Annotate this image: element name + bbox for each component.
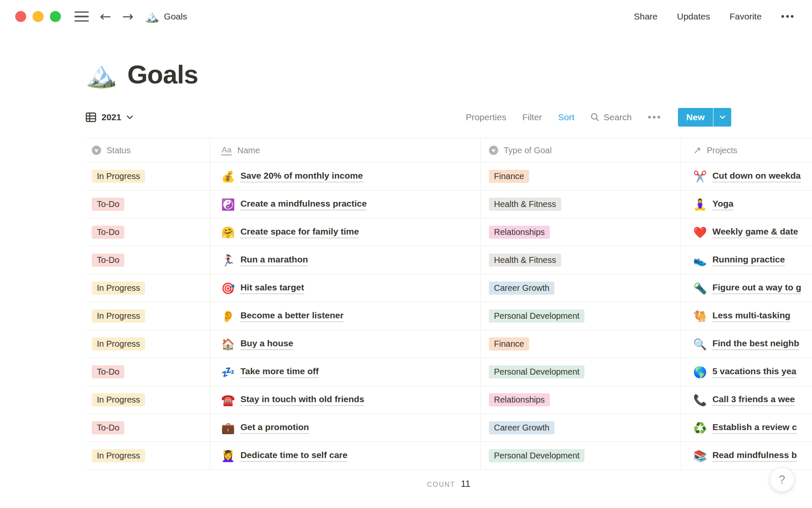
status-cell[interactable]: In Progress	[85, 442, 210, 469]
type-of-goal-cell[interactable]: Health & Fitness	[481, 246, 681, 274]
filter-button[interactable]: Filter	[522, 112, 542, 122]
name-cell[interactable]: 💤 Take more time off	[210, 358, 481, 386]
type-of-goal-cell[interactable]: Relationships	[481, 386, 681, 414]
updates-button[interactable]: Updates	[677, 11, 710, 22]
forward-icon[interactable]: →	[122, 10, 134, 23]
more-options-icon[interactable]: •••	[781, 11, 795, 22]
goal-name-link[interactable]: Dedicate time to self care	[240, 450, 347, 462]
goal-name-link[interactable]: Run a marathon	[240, 254, 308, 266]
goal-name-link[interactable]: Take more time off	[240, 366, 318, 378]
goal-name-link[interactable]: Create a mindfulness practice	[240, 199, 367, 210]
page-title[interactable]: Goals	[127, 59, 198, 89]
status-badge[interactable]: To-Do	[92, 365, 124, 378]
name-cell[interactable]: 💆‍♀️ Dedicate time to self care	[210, 442, 481, 469]
status-badge[interactable]: To-Do	[92, 226, 124, 239]
status-badge[interactable]: To-Do	[92, 421, 124, 434]
status-badge[interactable]: In Progress	[92, 170, 145, 183]
type-badge[interactable]: Personal Development	[489, 449, 584, 462]
name-cell[interactable]: 🎯 Hit sales target	[210, 274, 481, 302]
goal-name-link[interactable]: Hit sales target	[240, 282, 304, 294]
type-of-goal-cell[interactable]: Finance	[481, 330, 681, 358]
minimize-window-button[interactable]	[33, 11, 44, 22]
status-badge[interactable]: To-Do	[92, 198, 124, 211]
properties-button[interactable]: Properties	[466, 112, 506, 122]
name-cell[interactable]: 🏠 Buy a house	[210, 330, 481, 358]
type-badge[interactable]: Health & Fitness	[489, 198, 561, 211]
status-badge[interactable]: In Progress	[92, 282, 145, 295]
goal-name-link[interactable]: Stay in touch with old friends	[240, 394, 364, 406]
status-cell[interactable]: To-Do	[85, 246, 210, 274]
status-cell[interactable]: In Progress	[85, 330, 210, 358]
goal-name-link[interactable]: Create space for family time	[240, 226, 359, 238]
view-switcher[interactable]: 2021	[85, 112, 133, 123]
column-header-projects[interactable]: ↗ Projects	[681, 138, 812, 162]
type-badge[interactable]: Personal Development	[489, 309, 584, 323]
type-badge[interactable]: Health & Fitness	[489, 254, 561, 267]
name-cell[interactable]: 💰 Save 20% of monthly income	[210, 163, 481, 190]
projects-cell[interactable]: 🧘‍♀️ Yoga	[681, 190, 812, 218]
type-badge[interactable]: Relationships	[489, 393, 550, 406]
projects-cell[interactable]: 🔦 Figure out a way to g	[681, 274, 812, 302]
new-button[interactable]: New	[678, 108, 713, 127]
project-name-link[interactable]: Running practice	[712, 254, 785, 266]
projects-cell[interactable]: ♻️ Establish a review c	[681, 414, 812, 442]
goal-name-link[interactable]: Save 20% of monthly income	[240, 171, 362, 182]
projects-cell[interactable]: 👟 Running practice	[681, 246, 812, 274]
project-name-link[interactable]: 5 vacations this yea	[712, 366, 796, 378]
status-badge[interactable]: In Progress	[92, 449, 145, 462]
type-badge[interactable]: Personal Development	[489, 365, 584, 378]
type-of-goal-cell[interactable]: Personal Development	[481, 442, 681, 469]
project-name-link[interactable]: Cut down on weekda	[712, 171, 801, 182]
status-cell[interactable]: In Progress	[85, 386, 210, 414]
type-of-goal-cell[interactable]: Career Growth	[481, 414, 681, 442]
project-name-link[interactable]: Read mindfulness b	[712, 450, 797, 462]
project-name-link[interactable]: Figure out a way to g	[712, 282, 801, 294]
projects-cell[interactable]: 📚 Read mindfulness b	[681, 442, 812, 469]
type-of-goal-cell[interactable]: Health & Fitness	[481, 190, 681, 218]
close-window-button[interactable]	[15, 11, 26, 22]
project-name-link[interactable]: Find the best neighb	[712, 338, 799, 350]
table-footer[interactable]: COUNT 11	[85, 478, 812, 489]
status-cell[interactable]: To-Do	[85, 358, 210, 386]
status-cell[interactable]: To-Do	[85, 218, 210, 246]
status-cell[interactable]: To-Do	[85, 190, 210, 218]
new-button-dropdown[interactable]	[713, 108, 731, 127]
favorite-button[interactable]: Favorite	[730, 11, 762, 22]
goal-name-link[interactable]: Get a promotion	[240, 422, 309, 434]
status-badge[interactable]: In Progress	[92, 337, 145, 351]
project-name-link[interactable]: Establish a review c	[712, 422, 797, 434]
type-badge[interactable]: Relationships	[489, 226, 550, 239]
sidebar-menu-icon[interactable]	[74, 11, 89, 22]
share-button[interactable]: Share	[634, 11, 658, 22]
back-icon[interactable]: ←	[100, 10, 111, 23]
zoom-window-button[interactable]	[50, 11, 61, 22]
column-header-type-of-goal[interactable]: Type of Goal	[481, 138, 681, 162]
project-name-link[interactable]: Less multi-tasking	[712, 310, 790, 322]
status-cell[interactable]: In Progress	[85, 302, 210, 330]
project-name-link[interactable]: Call 3 friends a wee	[712, 394, 795, 406]
name-cell[interactable]: 👂 Become a better listener	[210, 302, 481, 330]
name-cell[interactable]: 🤗 Create space for family time	[210, 218, 481, 246]
goal-name-link[interactable]: Become a better listener	[240, 310, 343, 322]
status-cell[interactable]: To-Do	[85, 414, 210, 442]
type-badge[interactable]: Finance	[489, 337, 529, 351]
status-badge[interactable]: In Progress	[92, 309, 145, 323]
column-header-status[interactable]: Status	[85, 138, 210, 162]
page-mountain-emoji-icon[interactable]: 🏔️	[85, 62, 117, 87]
type-of-goal-cell[interactable]: Relationships	[481, 218, 681, 246]
projects-cell[interactable]: ✂️ Cut down on weekda	[681, 163, 812, 190]
name-cell[interactable]: ☯️ Create a mindfulness practice	[210, 190, 481, 218]
status-badge[interactable]: In Progress	[92, 393, 145, 406]
name-cell[interactable]: ☎️ Stay in touch with old friends	[210, 386, 481, 414]
type-badge[interactable]: Career Growth	[489, 282, 554, 295]
type-of-goal-cell[interactable]: Career Growth	[481, 274, 681, 302]
goal-name-link[interactable]: Buy a house	[240, 338, 293, 350]
project-name-link[interactable]: Weekly game & date	[712, 226, 798, 238]
type-of-goal-cell[interactable]: Finance	[481, 163, 681, 190]
type-badge[interactable]: Finance	[489, 170, 529, 183]
projects-cell[interactable]: 📞 Call 3 friends a wee	[681, 386, 812, 414]
type-of-goal-cell[interactable]: Personal Development	[481, 358, 681, 386]
column-header-name[interactable]: Aa Name	[210, 138, 481, 162]
search-button[interactable]: Search	[590, 112, 632, 122]
help-button[interactable]: ?	[770, 467, 794, 492]
